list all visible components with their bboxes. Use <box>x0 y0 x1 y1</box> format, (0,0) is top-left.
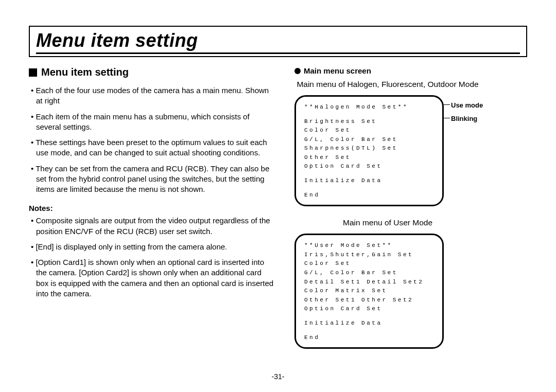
screen-line: Initialize Data <box>304 319 434 328</box>
two-column-layout: Menu item setting Each of the four use m… <box>29 66 527 360</box>
section-heading-text: Menu item setting <box>41 66 129 78</box>
list-item: [End] is displayed only in setting from … <box>29 242 276 252</box>
screen-line: Iris,Shutter,Gain Set <box>304 251 434 260</box>
screen-line: G/L, Color Bar Set <box>304 269 434 278</box>
screen-line: Option Card Set <box>304 162 434 171</box>
page-number: -31- <box>0 372 556 381</box>
main-bullet-list: Each of the four use modes of the camera… <box>29 85 276 194</box>
title-box: Menu item setting <box>29 26 527 57</box>
page-title: Menu item setting <box>36 30 520 51</box>
disc-bullet-icon <box>294 68 301 74</box>
screen1-caption: Main menu of Halogen, Fluorescent, Outdo… <box>294 79 527 90</box>
title-underline <box>36 52 520 54</box>
list-item: Each item of the main menu has a submenu… <box>29 112 276 133</box>
screen-line: Sharpness(DTL) Set <box>304 144 434 153</box>
user-menu-screen: **User Mode Set** Iris,Shutter,Gain Set … <box>294 234 444 349</box>
screen2-wrap: **User Mode Set** Iris,Shutter,Gain Set … <box>294 234 527 349</box>
screen-line: Other Set <box>304 153 434 163</box>
screen-line: **User Mode Set** <box>304 241 434 251</box>
use-mode-label: Use mode <box>451 101 483 110</box>
right-heading: Main menu screen <box>294 66 527 75</box>
list-item: [Option Card1] is shown only when an opt… <box>29 257 276 299</box>
screen-line: End <box>304 191 434 200</box>
screen-line: Detail Set1 Detail Set2 <box>304 278 434 287</box>
screen-line: Other Set1 Other Set2 <box>304 296 434 305</box>
screen-line: Option Card Set <box>304 305 434 314</box>
screen-line: Color Set <box>304 126 434 135</box>
list-item: These settings have been preset to the o… <box>29 137 276 158</box>
right-heading-text: Main menu screen <box>304 66 371 75</box>
list-item: Each of the four use modes of the camera… <box>29 85 276 106</box>
right-column: Main menu screen Main menu of Halogen, F… <box>294 66 527 360</box>
section-heading: Menu item setting <box>29 66 276 78</box>
connector-line <box>444 118 450 118</box>
halogen-menu-screen: **Halogen Mode Set** Brightness Set Colo… <box>294 95 444 206</box>
screen-line: End <box>304 333 434 343</box>
square-bullet-icon <box>29 68 37 77</box>
blinking-label: Blinking <box>451 115 477 123</box>
notes-bullet-list: Composite signals are output from the vi… <box>29 216 276 299</box>
notes-heading: Notes: <box>29 204 276 212</box>
screen-line: Brightness Set <box>304 117 434 127</box>
screen-line: G/L, Color Bar Set <box>304 135 434 145</box>
screen-line: Initialize Data <box>304 176 434 186</box>
connector-line <box>444 104 450 105</box>
screen-line: Color Set <box>304 259 434 269</box>
list-item: Composite signals are output from the vi… <box>29 216 276 237</box>
left-column: Menu item setting Each of the four use m… <box>29 66 276 360</box>
screen1-annotations: Use mode Blinking <box>451 95 513 99</box>
manual-page: Menu item setting Menu item setting Each… <box>0 0 556 370</box>
screen-line: **Halogen Mode Set** <box>304 103 434 112</box>
screen1-wrap: **Halogen Mode Set** Brightness Set Colo… <box>294 95 527 206</box>
list-item: They can be set from the camera and RCU … <box>29 164 276 195</box>
screen-line: Color Matrix Set <box>304 287 434 296</box>
screen2-caption: Main menu of User Mode <box>294 218 527 228</box>
